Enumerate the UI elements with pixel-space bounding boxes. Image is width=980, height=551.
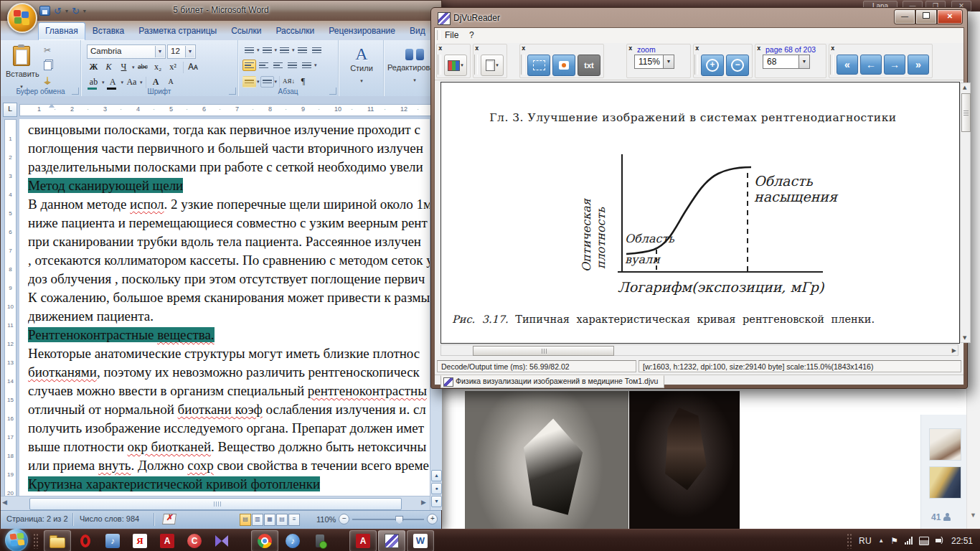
- fullscreen-read-button[interactable]: ▥: [252, 514, 263, 526]
- zoom-slider-thumb[interactable]: [395, 516, 403, 524]
- music-app-taskbar-icon[interactable]: ♪: [100, 531, 126, 551]
- align-right-button[interactable]: [271, 60, 285, 71]
- zoom-out-button[interactable]: −: [339, 514, 349, 524]
- show-marks-button[interactable]: ¶: [296, 75, 310, 88]
- djvu-horizontal-scrollbar[interactable]: ▶: [440, 344, 958, 356]
- print-layout-button[interactable]: ▤: [240, 514, 251, 526]
- network-icon[interactable]: [905, 537, 913, 545]
- redo-icon[interactable]: ↻: [72, 6, 80, 16]
- chevron-down-icon[interactable]: ▼: [155, 46, 164, 57]
- word-tab-5[interactable]: Рассылки: [268, 22, 321, 40]
- show-hidden-icons[interactable]: ▲: [878, 537, 884, 544]
- itunes-taskbar-icon[interactable]: ♪: [280, 531, 306, 551]
- tab-selector[interactable]: L: [3, 103, 17, 117]
- toolbar-close-icon[interactable]: x: [695, 44, 699, 52]
- page-number-combo[interactable]: 68▼: [763, 55, 810, 69]
- horizontal-ruler[interactable]: 1·2·3·4·5·6·7·8·9·10·11·12·13·: [19, 104, 438, 116]
- web-layout-button[interactable]: ▦: [264, 514, 275, 526]
- bullets-button[interactable]: [242, 44, 256, 56]
- djvu-titlebar[interactable]: DjVuReader — ✕: [431, 8, 967, 28]
- font-name-combo[interactable]: Cambria▼: [87, 44, 166, 59]
- decrease-indent-button[interactable]: [296, 44, 309, 56]
- multilevel-list-button[interactable]: [278, 44, 291, 56]
- copy-image-button[interactable]: [552, 55, 575, 76]
- proofing-error-icon[interactable]: [162, 514, 176, 524]
- document-area[interactable]: 1234567891011121314151617181920 свинцовы…: [1, 119, 430, 496]
- toolbar-close-icon[interactable]: x: [831, 44, 834, 52]
- scrollbar-thumb[interactable]: [961, 93, 971, 132]
- word-tab-3[interactable]: Разметка страницы: [131, 22, 224, 40]
- select-browse-object-button[interactable]: ●: [431, 483, 442, 494]
- select-region-button[interactable]: [527, 55, 550, 76]
- likes-badge[interactable]: 41: [931, 512, 951, 522]
- font-size-combo[interactable]: 12▼: [167, 44, 196, 59]
- strikethrough-button[interactable]: abc: [136, 60, 150, 74]
- undo-dropdown-icon[interactable]: ▾: [65, 8, 68, 14]
- cut-button[interactable]: ✂: [41, 44, 72, 57]
- djvureader-taskbar-icon[interactable]: [378, 530, 405, 551]
- djvu-page-view[interactable]: Гл. 3. Улучшение изображений в системах …: [440, 82, 960, 344]
- action-center-icon[interactable]: ⚑: [890, 536, 898, 546]
- device-sync-taskbar-icon[interactable]: [307, 531, 333, 551]
- styles-button[interactable]: А Стили ▾: [341, 44, 382, 87]
- scroll-left-icon[interactable]: ◀: [2, 499, 7, 506]
- toolbar-close-icon[interactable]: x: [628, 44, 632, 52]
- chevron-down-icon[interactable]: ▼: [185, 46, 194, 57]
- sort-button[interactable]: АЯ↓: [282, 75, 296, 88]
- document-text[interactable]: свинцовыми полосками, тогда как первично…: [28, 121, 430, 496]
- zoom-slider[interactable]: [352, 519, 424, 520]
- menu-help[interactable]: ?: [469, 30, 474, 40]
- next-page-button[interactable]: ▼: [431, 496, 442, 507]
- word-count[interactable]: Число слов: 984: [80, 514, 139, 523]
- explorer-taskbar-icon[interactable]: [44, 530, 71, 551]
- opera-taskbar-icon[interactable]: [72, 531, 98, 551]
- numbering-button[interactable]: [260, 44, 274, 56]
- djvu-vertical-scrollbar[interactable]: ▲ ▼: [960, 83, 971, 343]
- qat-customize-icon[interactable]: ▾: [83, 8, 86, 14]
- zoom-combo[interactable]: 115%▼: [634, 55, 674, 69]
- word-tab-6[interactable]: Рецензирование: [321, 22, 402, 40]
- scroll-down-icon[interactable]: ▼: [970, 512, 976, 519]
- paste-button[interactable]: Вставить ▾: [5, 44, 38, 87]
- vertical-ruler[interactable]: 1234567891011121314151617181920: [1, 119, 19, 496]
- bold-button[interactable]: Ж: [87, 60, 100, 74]
- clock[interactable]: 22:51: [951, 536, 973, 546]
- volume-icon[interactable]: [936, 537, 945, 545]
- chrome-taskbar-icon[interactable]: [251, 530, 278, 551]
- clipboard-dialog-launcher[interactable]: [72, 88, 79, 95]
- language-indicator[interactable]: RU: [859, 536, 872, 546]
- menu-file[interactable]: File: [445, 30, 458, 40]
- zoom-in-button[interactable]: +: [427, 514, 438, 524]
- mediaget-taskbar-icon[interactable]: [209, 531, 235, 551]
- word-tab-1[interactable]: Главная: [38, 22, 85, 40]
- justify-button[interactable]: [286, 60, 299, 71]
- clear-formatting-button[interactable]: 🗛: [187, 60, 200, 74]
- align-center-button[interactable]: [257, 60, 270, 71]
- borders-button[interactable]: [260, 76, 274, 88]
- concert-photo-singer[interactable]: [629, 391, 740, 529]
- save-icon[interactable]: [39, 6, 50, 16]
- scrollbar-thumb[interactable]: [473, 346, 614, 356]
- zoom-out-button[interactable]: −: [726, 55, 749, 76]
- adobe-reader-2-taskbar-icon[interactable]: A: [349, 530, 377, 551]
- copy-text-button[interactable]: txt: [578, 55, 600, 76]
- italic-button[interactable]: К: [102, 60, 116, 74]
- page-indicator[interactable]: Страница: 2 из 2: [6, 514, 68, 523]
- draft-button[interactable]: ≡: [288, 514, 300, 526]
- increase-indent-button[interactable]: [310, 44, 324, 56]
- scrollbar-thumb[interactable]: [29, 498, 402, 510]
- office-button[interactable]: [7, 3, 37, 33]
- photo-thumbnail-1[interactable]: [929, 428, 961, 461]
- ccleaner-taskbar-icon[interactable]: C: [182, 531, 207, 551]
- prev-page-button[interactable]: ▲: [431, 470, 442, 481]
- toolbar-close-icon[interactable]: x: [475, 44, 479, 52]
- chevron-down-icon[interactable]: ▼: [663, 55, 674, 68]
- start-button[interactable]: [4, 530, 29, 551]
- word-horizontal-scrollbar[interactable]: ◀ ▶: [1, 496, 430, 511]
- next-page-button[interactable]: →: [884, 55, 905, 75]
- toolbar-close-icon[interactable]: x: [522, 44, 525, 52]
- undo-icon[interactable]: ↺: [54, 6, 62, 16]
- copy-button[interactable]: [41, 60, 72, 73]
- word-tab-4[interactable]: Ссылки: [224, 22, 268, 40]
- djvu-close-button[interactable]: ✕: [937, 9, 963, 24]
